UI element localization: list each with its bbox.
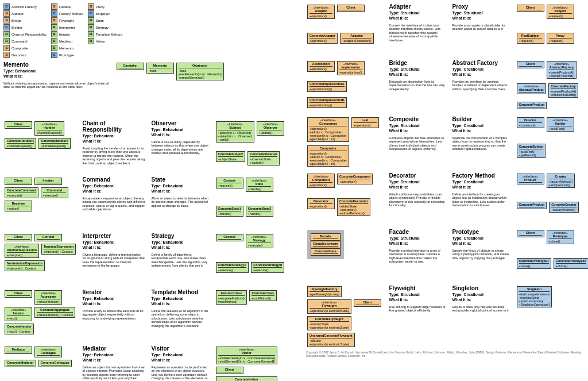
uml-class: ConcreteAggregate+createIterator() : Con… xyxy=(34,307,75,318)
uml-class: Facade xyxy=(311,233,341,241)
uml-class: «interface»State+handle() xyxy=(246,178,273,192)
uml-class: ConcreteProduct xyxy=(517,102,547,109)
uml-class: Context xyxy=(34,234,62,241)
legend-item: BInterpreter xyxy=(51,24,83,30)
uml-class: «interface»Component+operation()+add(in … xyxy=(307,117,349,142)
uml-class: Composite+operation()+add(in c : Composi… xyxy=(307,145,349,167)
uml-class: Client xyxy=(354,299,381,307)
uml-class: ConcreteFactory+createProductA()+createP… xyxy=(548,83,579,98)
legend-item: BCommand xyxy=(3,38,47,44)
legend-item: BTemplate Method xyxy=(88,31,122,37)
uml-class: ConcreteObserver-observerState+update() xyxy=(247,151,280,166)
pattern-memento: MementoType: Behavioral What it is:Witho… xyxy=(3,61,112,117)
uml-class: Mediator xyxy=(5,347,32,354)
uml-class: UnsharedConcreteFlyweight-allState+opera… xyxy=(307,333,355,347)
uml-class: ConcreteState1+handle() xyxy=(216,206,243,217)
uml-class: TerminalExpression+interpret() : Context xyxy=(41,244,76,255)
uml-class: ConcreteState2+handle() xyxy=(246,206,273,217)
uml-class: Invoker xyxy=(34,178,62,185)
uml-class: Originator-state+setMemento(in m : Memen… xyxy=(176,63,224,80)
uml-class: «interface»Implementor+operationImp() xyxy=(337,61,365,75)
uml-class: Command+execute() xyxy=(41,187,68,198)
uml-class: Complex system xyxy=(311,241,341,248)
legend-item: BStrategy xyxy=(88,24,122,30)
uml-class: Client xyxy=(216,367,243,374)
uml-class: FlyweightFactory+getFlyweight(in key) xyxy=(307,286,342,297)
legend-item: BVisitor xyxy=(88,38,122,44)
uml-class: Leaf+operation() xyxy=(351,117,379,128)
uml-class: NonterminalExpression+interpret() : Cont… xyxy=(5,260,45,271)
uml-class: Context+request() xyxy=(216,178,243,188)
design-patterns-quick-ref: CAbstract FactorySAdapterSBridgeCBuilder… xyxy=(3,3,588,381)
uml-class: Client xyxy=(517,5,544,12)
uml-class: ConcreteHandler1+handleRequest() xyxy=(5,138,36,149)
legend-item: BMemento xyxy=(51,45,83,51)
uml-class: «interface»Builder+buildPart() xyxy=(547,117,574,132)
uml-class: Proxy+request() xyxy=(547,33,574,44)
uml-class: Receiver+action() xyxy=(5,201,32,211)
uml-class: Memento-state xyxy=(146,63,174,74)
legend-item: CBuilder xyxy=(3,24,47,30)
legend: CAbstract FactorySAdapterSBridgeCBuilder… xyxy=(3,3,289,58)
legend-item: CFactory Method xyxy=(51,10,83,17)
legend-item: CSingleton xyxy=(88,10,122,17)
uml-class: «interface»Flyweight+operation(in extrin… xyxy=(307,299,351,314)
uml-class: «interface»Visitor+visitElementA(in a : … xyxy=(216,347,278,364)
legend-item: SComposite xyxy=(3,45,47,51)
uml-class: Caretaker xyxy=(117,63,144,70)
legend-item: SAdapter xyxy=(3,10,47,17)
uml-class: «interface»Strategy+execute() xyxy=(246,234,273,248)
legend-item: SProxy xyxy=(88,3,122,10)
legend-item: SFacade xyxy=(51,3,83,10)
uml-class: ConcreteCreator+factoryMethod() xyxy=(549,202,578,213)
legend-item: BState xyxy=(88,17,122,24)
uml-class: Client xyxy=(5,178,32,185)
uml-class: ConcreteMediator xyxy=(5,360,36,367)
uml-class: ConcreteDecorator-addedState+operation()… xyxy=(337,198,370,216)
uml-class: ConcretePrototype2+clone() xyxy=(554,258,588,269)
uml-class: ConcreteColleague xyxy=(38,360,72,367)
uml-class: ConcreteStrategyA+execute() xyxy=(216,262,249,273)
uml-class: Director+construct() xyxy=(517,117,544,128)
uml-class: Context xyxy=(216,234,243,241)
uml-class: Singleton-static uniqueInstance-singleto… xyxy=(517,286,552,307)
uml-class: ConcreteSubject-subjectState xyxy=(216,151,246,162)
uml-class: «interface»Aggregate+createIterator() xyxy=(34,290,62,305)
uml-class: Adaptee+adaptedOperation() xyxy=(340,33,374,44)
legend-item: BIterator xyxy=(51,31,83,37)
uml-class: «interface»Subject+attach(in o : Observe… xyxy=(216,121,254,143)
uml-class: «interface»Subject+request() xyxy=(547,5,574,19)
legend-item: SFlyweight xyxy=(51,17,83,24)
uml-class: Client xyxy=(337,5,365,12)
uml-class: ConcreteAdapter+operation() xyxy=(307,33,338,44)
uml-class: ConcreteIterator+next() : Context xyxy=(5,324,34,334)
uml-class: Decorator+operation() xyxy=(307,198,335,209)
uml-class: ConcreteState xyxy=(311,248,341,256)
uml-class: ConcreteImplementorA+operationImp() xyxy=(307,81,347,92)
uml-class: Client xyxy=(5,290,32,298)
legend-item: SDecorator xyxy=(3,52,47,58)
uml-class: ConcreteClass+subMethod() xyxy=(249,290,277,301)
uml-class: RealSubject+request() xyxy=(517,33,544,44)
uml-class: «interface»AbstractFactory+createProduct… xyxy=(547,61,577,79)
legend-item: BMediator xyxy=(51,38,83,44)
legend-item: SBridge xyxy=(3,17,47,24)
uml-class: «interface»Observer+update() xyxy=(257,121,284,136)
legend-item: CPrototype xyxy=(51,52,83,58)
uml-class: ConcreteImplementorB+operationImp() xyxy=(307,97,347,108)
uml-class: «interface»Adapter+operation() xyxy=(307,5,335,19)
uml-class: ConcretePrototype1+clone() xyxy=(517,258,552,269)
uml-class: «interface»Handler+handleRequest() xyxy=(34,121,64,136)
uml-class: ConcreteVisitor+visitElementA(in a : Con… xyxy=(216,376,278,381)
legend-item: CAbstract Factory xyxy=(3,3,47,10)
uml-class: Client xyxy=(5,121,32,129)
uml-class: ConcreteProduct xyxy=(517,202,547,209)
uml-class: Client xyxy=(517,61,544,68)
uml-class: «interface»Prototype+clone() xyxy=(547,230,574,244)
uml-class: «interface»AbstractExpression+interpret(… xyxy=(5,244,39,258)
uml-class: ConcreteCommand+execute() xyxy=(5,187,38,198)
uml-class: Client xyxy=(5,234,32,241)
uml-class: «interface»Colleague xyxy=(34,347,62,357)
footer-right: Copyright © 2007 Jason S. McDonald http:… xyxy=(306,351,588,357)
uml-class: Client xyxy=(517,230,544,237)
